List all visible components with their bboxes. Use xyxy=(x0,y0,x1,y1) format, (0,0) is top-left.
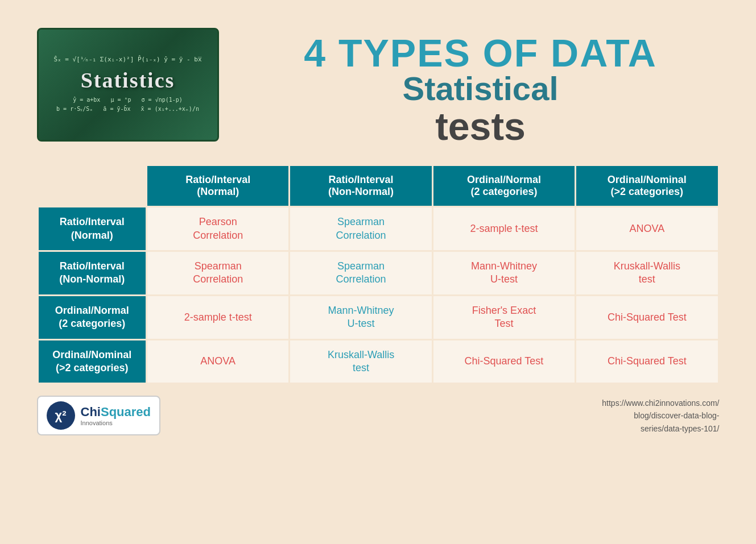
cell-chisquared-r4c4: Chi-Squared Test xyxy=(576,339,718,384)
cell-kruskall-r4c2: Kruskall-Wallistest xyxy=(290,339,432,384)
table-row: Ratio/Interval(Non-Normal) SpearmanCorre… xyxy=(38,251,718,296)
cell-mannwhitney-r2c3: Mann-WhitneyU-test xyxy=(432,251,575,296)
row-header-ordinal-nominal: Ordinal/Nominal(>2 categories) xyxy=(38,339,147,384)
cell-2sample-r3c1: 2-sample t-test xyxy=(147,295,290,339)
cell-fishers-r3c3: Fisher's ExactTest xyxy=(432,295,575,339)
statistics-image: Ŝₓ = √[¹⁄ₙ₋₁ Σ(xᵢ-x)²] P̂(₁₋ₓ) ŷ = ȳ - b… xyxy=(37,28,219,142)
subtitle-statistical: Statistical xyxy=(242,72,720,105)
table-container: Ratio/Interval(Normal) Ratio/Interval(No… xyxy=(37,164,720,384)
cell-anova-r4c1: ANOVA xyxy=(147,339,290,384)
col-header-ratio-nonnormal: Ratio/Interval(Non-Normal) xyxy=(290,165,432,207)
col-header-ratio-normal: Ratio/Interval(Normal) xyxy=(147,165,290,207)
page: Ŝₓ = √[¹⁄ₙ₋₁ Σ(xᵢ-x)²] P̂(₁₋ₓ) ŷ = ȳ - b… xyxy=(14,11,742,534)
col-header-ordinal-normal: Ordinal/Normal(2 categories) xyxy=(432,165,575,207)
row-header-ratio-nonnormal: Ratio/Interval(Non-Normal) xyxy=(38,251,147,296)
cell-chisquared-r4c3: Chi-Squared Test xyxy=(432,339,575,384)
footer: χ² ChiSquared Innovations https://www.ch… xyxy=(37,396,720,435)
cell-mannwhitney-r3c2: Mann-WhitneyU-test xyxy=(290,295,432,339)
col-header-ordinal-nominal: Ordinal/Nominal(>2 categories) xyxy=(576,165,718,207)
logo-icon: χ² xyxy=(47,401,75,430)
subtitle-tests: tests xyxy=(242,105,720,148)
blackboard-title: Statistics xyxy=(81,68,175,93)
cell-2sample-r1c3: 2-sample t-test xyxy=(432,207,575,251)
blackboard: Ŝₓ = √[¹⁄ₙ₋₁ Σ(xᵢ-x)²] P̂(₁₋ₓ) ŷ = ȳ - b… xyxy=(39,30,217,140)
col-header-empty xyxy=(38,165,147,207)
cell-spearman-r1c2: SpearmanCorrelation xyxy=(290,207,432,251)
statistical-tests-table: Ratio/Interval(Normal) Ratio/Interval(No… xyxy=(37,164,720,384)
title-section: 4 TYPES OF DATA Statistical tests xyxy=(219,28,720,148)
header: Ŝₓ = √[¹⁄ₙ₋₁ Σ(xᵢ-x)²] P̂(₁₋ₓ) ŷ = ȳ - b… xyxy=(37,28,720,148)
logo-container: χ² ChiSquared Innovations xyxy=(37,396,160,435)
cell-kruskall-r2c4: Kruskall-Wallistest xyxy=(576,251,718,296)
row-header-ratio-normal: Ratio/Interval(Normal) xyxy=(38,207,147,251)
logo-chi-text: Chi xyxy=(81,405,101,419)
table-row: Ratio/Interval(Normal) PearsonCorrelatio… xyxy=(38,207,718,251)
cell-chisquared-r3c4: Chi-Squared Test xyxy=(576,295,718,339)
logo-squared-text: Squared xyxy=(101,405,151,419)
table-row: Ordinal/Normal(2 categories) 2-sample t-… xyxy=(38,295,718,339)
cell-spearman-r2c1: SpearmanCorrelation xyxy=(147,251,290,296)
logo-innovations-text: Innovations xyxy=(81,420,151,426)
cell-pearson-correlation: PearsonCorrelation xyxy=(147,207,290,251)
logo-text-container: ChiSquared Innovations xyxy=(81,405,151,426)
footer-url: https://www.chi2innovations.com/ blog/di… xyxy=(602,397,719,435)
cell-spearman-r2c2: SpearmanCorrelation xyxy=(290,251,432,296)
main-title: 4 TYPES OF DATA xyxy=(242,34,720,72)
cell-anova-r1c4: ANOVA xyxy=(576,207,718,251)
row-header-ordinal-normal: Ordinal/Normal(2 categories) xyxy=(38,295,147,339)
table-row: Ordinal/Nominal(>2 categories) ANOVA Kru… xyxy=(38,339,718,384)
